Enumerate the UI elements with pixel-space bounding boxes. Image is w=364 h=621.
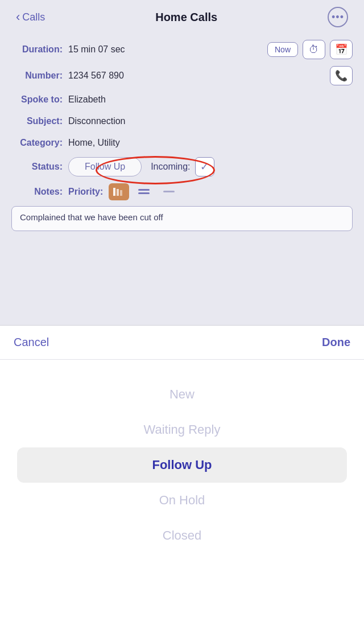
picker-item-follow-up[interactable]: Follow Up — [17, 447, 347, 483]
status-row: Status: Follow Up Incoming: ✓ — [11, 154, 353, 180]
stopwatch-icon[interactable]: ⏱ — [303, 40, 325, 59]
subject-row: Subject: Disconnection — [11, 110, 353, 132]
number-label: Number: — [11, 71, 68, 81]
duration-actions: Now ⏱ 📅 — [267, 40, 353, 59]
picker-item-waiting-reply[interactable]: Waiting Reply — [0, 412, 364, 447]
back-button[interactable]: ‹ Calls — [16, 10, 45, 24]
notes-priority-row: Notes: Priority: — [11, 180, 353, 204]
priority-med-icon[interactable] — [134, 183, 154, 200]
number-row: Number: 1234 567 890 📞 — [11, 63, 353, 89]
svg-rect-0 — [113, 188, 115, 196]
priority-high-icon[interactable] — [109, 183, 129, 200]
picker-list: New Waiting Reply Follow Up On Hold Clos… — [0, 360, 364, 621]
priority-low-icon[interactable] — [159, 183, 179, 200]
back-label: Calls — [22, 11, 45, 23]
cancel-button[interactable]: Cancel — [14, 336, 49, 349]
now-button[interactable]: Now — [267, 42, 298, 57]
notes-label: Notes: — [11, 187, 68, 197]
picker-toolbar: Cancel Done — [0, 326, 364, 360]
more-button[interactable]: ••• — [328, 7, 348, 27]
done-button[interactable]: Done — [322, 336, 350, 349]
svg-rect-5 — [163, 191, 175, 192]
picker-sheet: Cancel Done New Waiting Reply Follow Up … — [0, 325, 364, 621]
number-value: 1234 567 890 — [68, 71, 330, 81]
subject-value: Disconnection — [68, 116, 353, 126]
duration-label: Duration: — [11, 44, 68, 55]
incoming-checkbox[interactable]: ✓ — [195, 157, 214, 176]
calendar-icon[interactable]: 📅 — [330, 40, 353, 59]
svg-rect-2 — [120, 190, 122, 196]
duration-value: 15 min 07 sec — [68, 44, 267, 55]
detail-view: ‹ Calls Home Calls ••• Duration: 15 min … — [0, 0, 364, 233]
priority-label: Priority: — [68, 187, 109, 197]
incoming-label: Incoming: — [151, 162, 190, 172]
status-followup-button[interactable]: Follow Up — [68, 157, 142, 176]
nav-bar: ‹ Calls Home Calls ••• — [11, 0, 353, 34]
spoke-to-value: Elizabeth — [68, 94, 353, 105]
svg-rect-3 — [138, 189, 150, 191]
category-row: Category: Home, Utility — [11, 132, 353, 154]
spoke-to-row: Spoke to: Elizabeth — [11, 89, 353, 110]
category-label: Category: — [11, 138, 68, 148]
duration-row: Duration: 15 min 07 sec Now ⏱ 📅 — [11, 36, 353, 63]
status-label: Status: — [11, 162, 68, 172]
priority-icons — [109, 183, 179, 200]
more-icon: ••• — [332, 11, 344, 23]
svg-rect-1 — [117, 189, 119, 196]
category-value: Home, Utility — [68, 138, 353, 148]
picker-item-closed[interactable]: Closed — [0, 518, 364, 553]
back-arrow-icon: ‹ — [16, 10, 20, 24]
spoke-to-label: Spoke to: — [11, 94, 68, 105]
page-title: Home Calls — [155, 11, 217, 24]
picker-item-on-hold[interactable]: On Hold — [0, 483, 364, 518]
phone-icon[interactable]: 📞 — [330, 66, 353, 85]
subject-label: Subject: — [11, 116, 68, 126]
svg-rect-4 — [138, 192, 150, 194]
picker-item-new[interactable]: New — [0, 377, 364, 412]
notes-preview[interactable]: Complained that we have been cut off — [11, 206, 353, 231]
info-section: Duration: 15 min 07 sec Now ⏱ 📅 Number: … — [11, 34, 353, 233]
